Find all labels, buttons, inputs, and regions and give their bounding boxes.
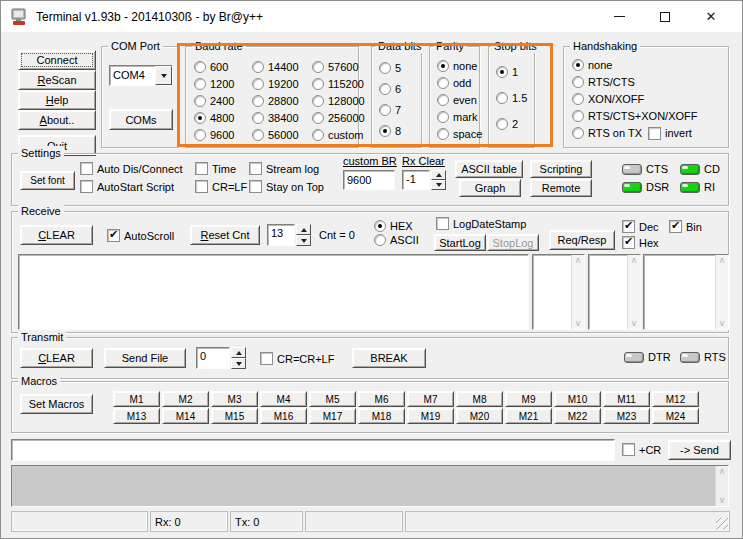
radio-icon[interactable] (572, 110, 584, 122)
autoscroll-checkbox-row[interactable]: AutoScroll (107, 229, 174, 242)
bin-checkbox-row[interactable]: Bin (669, 220, 702, 233)
radio-parity-mark[interactable]: mark (437, 111, 479, 123)
radio-icon[interactable] (374, 234, 386, 246)
radio-baud-256000[interactable]: 256000 (312, 112, 365, 124)
scroll-up-icon[interactable]: ∧ (719, 256, 726, 265)
reset-cnt-button[interactable]: Reset Cnt (190, 225, 260, 245)
radio-databits-6[interactable]: 6 (379, 83, 419, 95)
hex-checkbox-row[interactable]: Hex (622, 236, 659, 249)
hex-pane-text[interactable] (589, 255, 627, 329)
receive-text[interactable] (19, 255, 528, 329)
scroll-down-icon[interactable]: ∨ (719, 319, 726, 328)
radio-baud-19200[interactable]: 19200 (252, 78, 312, 90)
scroll-up-icon[interactable]: ∧ (719, 467, 726, 476)
time-checkbox-row[interactable]: Time (195, 162, 236, 175)
connect-button[interactable]: Connect (18, 50, 96, 70)
radio-baud-14400[interactable]: 14400 (252, 61, 312, 73)
radio-icon[interactable] (194, 129, 206, 141)
rx-clear-value[interactable]: -1 (402, 170, 430, 190)
radio-icon[interactable] (194, 78, 206, 90)
dec-pane-text[interactable] (533, 255, 571, 329)
log-datestamp-checkbox-row[interactable]: LogDateStamp (436, 217, 526, 230)
radio-icon[interactable] (252, 129, 264, 141)
radio-icon[interactable] (252, 112, 264, 124)
title-bar[interactable]: Terminal v1.93b - 20141030ß - by Br@y++ … (1, 1, 742, 32)
radio-handshake-rtscts-xonxoff[interactable]: RTS/CTS+XON/XOFF (572, 110, 726, 122)
radio-parity-none[interactable]: none (437, 60, 479, 72)
checkbox-icon[interactable] (107, 229, 120, 242)
macro-button-m21[interactable]: M21 (505, 408, 552, 424)
radio-icon[interactable] (496, 66, 508, 78)
radio-baud-custom[interactable]: custom (312, 129, 365, 141)
macro-button-m7[interactable]: M7 (407, 391, 454, 407)
radio-baud-2400[interactable]: 2400 (194, 95, 252, 107)
rx-clear-label[interactable]: Rx Clear (402, 155, 445, 167)
macro-button-m6[interactable]: M6 (358, 391, 405, 407)
checkbox-icon[interactable] (195, 180, 208, 193)
rx-clear-spinner[interactable]: -1 (402, 170, 446, 190)
radio-icon[interactable] (572, 93, 584, 105)
radio-stopbits-2[interactable]: 2 (496, 118, 534, 130)
macro-button-m17[interactable]: M17 (309, 408, 356, 424)
transmit-log-text[interactable] (12, 466, 715, 506)
scroll-down-icon[interactable]: ∨ (719, 496, 726, 505)
macro-button-m19[interactable]: M19 (407, 408, 454, 424)
radio-icon[interactable] (312, 95, 324, 107)
set-font-button[interactable]: Set font (20, 171, 75, 190)
macro-button-m18[interactable]: M18 (358, 408, 405, 424)
macro-button-m1[interactable]: M1 (113, 391, 160, 407)
radio-databits-8[interactable]: 8 (379, 125, 419, 137)
checkbox-icon[interactable] (249, 162, 262, 175)
req-resp-button[interactable]: Req/Resp (549, 230, 615, 250)
radio-icon[interactable] (312, 61, 324, 73)
dec-checkbox-row[interactable]: Dec (622, 220, 659, 233)
checkbox-icon[interactable] (622, 220, 635, 233)
dropdown-button[interactable] (155, 66, 172, 85)
radio-handshake-none[interactable]: none (572, 59, 726, 71)
set-macros-button[interactable]: Set Macros (20, 394, 93, 414)
help-button[interactable]: Help (18, 90, 96, 110)
transmit-delay-spinner[interactable]: 0 (196, 347, 246, 369)
autostart-script-checkbox-row[interactable]: AutoStart Script (80, 180, 174, 193)
startlog-button[interactable]: StartLog (434, 234, 486, 251)
radio-stopbits-1.5[interactable]: 1.5 (496, 92, 534, 104)
radio-icon[interactable] (379, 62, 391, 74)
rescan-button[interactable]: ReScan (18, 70, 96, 90)
radio-icon[interactable] (312, 129, 324, 141)
checkbox-icon[interactable] (195, 162, 208, 175)
transmit-delay-value[interactable]: 0 (196, 347, 230, 369)
radio-baud-57600[interactable]: 57600 (312, 61, 365, 73)
send-button[interactable]: -> Send (668, 440, 731, 460)
radio-parity-even[interactable]: even (437, 94, 479, 106)
radio-icon[interactable] (437, 94, 449, 106)
radio-icon[interactable] (194, 61, 206, 73)
spin-down-button[interactable] (231, 358, 246, 369)
macro-button-m22[interactable]: M22 (554, 408, 601, 424)
macro-button-m9[interactable]: M9 (505, 391, 552, 407)
receive-clear-button[interactable]: CLEAR (20, 225, 93, 245)
coms-button[interactable]: COMs (109, 109, 173, 130)
receive-bin-pane[interactable]: ∧∨ (643, 254, 729, 330)
checkbox-icon[interactable] (622, 236, 635, 249)
radio-icon[interactable] (312, 78, 324, 90)
radio-baud-56000[interactable]: 56000 (252, 129, 312, 141)
radio-databits-5[interactable]: 5 (379, 62, 419, 74)
radio-databits-7[interactable]: 7 (379, 104, 419, 116)
stream-log-checkbox-row[interactable]: Stream log (249, 162, 319, 175)
radio-baud-28800[interactable]: 28800 (252, 95, 312, 107)
radio-parity-space[interactable]: space (437, 128, 479, 140)
radio-baud-4800[interactable]: 4800 (194, 112, 252, 124)
radio-baud-128000[interactable]: 128000 (312, 95, 365, 107)
macro-button-m5[interactable]: M5 (309, 391, 356, 407)
radio-icon[interactable] (312, 112, 324, 124)
receive-hex-pane[interactable]: ∧∨ (588, 254, 641, 330)
scrollbar[interactable]: ∧∨ (715, 466, 728, 506)
cr-crlf-checkbox-row[interactable]: CR=CR+LF (260, 352, 334, 365)
send-file-button[interactable]: Send File (104, 348, 186, 368)
receive-main-pane[interactable] (18, 254, 529, 330)
macro-button-m3[interactable]: M3 (211, 391, 258, 407)
scrollbar[interactable]: ∧∨ (715, 255, 728, 329)
radio-icon[interactable] (496, 118, 508, 130)
stay-on-top-checkbox-row[interactable]: Stay on Top (249, 180, 324, 193)
radio-icon[interactable] (572, 127, 584, 139)
